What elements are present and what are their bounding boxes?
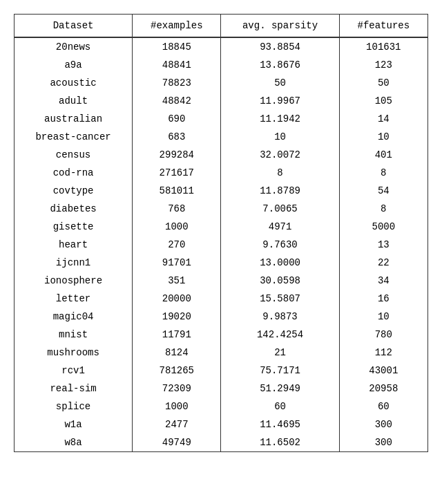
features-value: 300	[339, 433, 427, 452]
examples-value: 299284	[133, 146, 221, 164]
header-row: Dataset #examples avg. sparsity #feature…	[15, 15, 428, 38]
table-row: rcv178126575.717143001	[15, 362, 428, 380]
sparsity-value: 93.8854	[221, 37, 339, 56]
header-features: #features	[339, 15, 427, 38]
examples-value: 581011	[133, 182, 221, 200]
features-value: 34	[339, 272, 427, 290]
dataset-name: acoustic	[15, 74, 133, 92]
features-value: 123	[339, 56, 427, 74]
dataset-name: ijcnn1	[15, 254, 133, 272]
table-row: splice10006060	[15, 398, 428, 416]
examples-value: 8124	[133, 344, 221, 362]
dataset-name: australian	[15, 110, 133, 128]
examples-value: 270	[133, 236, 221, 254]
header-sparsity: avg. sparsity	[221, 15, 339, 38]
features-value: 780	[339, 326, 427, 344]
dataset-name: breast-cancer	[15, 128, 133, 146]
table-row: covtype58101111.878954	[15, 182, 428, 200]
sparsity-value: 11.6502	[221, 433, 339, 452]
header-dataset: Dataset	[15, 15, 133, 38]
features-value: 43001	[339, 362, 427, 380]
sparsity-value: 11.4695	[221, 416, 339, 433]
features-value: 14	[339, 110, 427, 128]
table-body: 20news1884593.8854101631a9a4884113.86761…	[15, 37, 428, 452]
sparsity-value: 32.0072	[221, 146, 339, 164]
dataset-name: mushrooms	[15, 344, 133, 362]
sparsity-value: 11.9967	[221, 92, 339, 110]
dataset-table: Dataset #examples avg. sparsity #feature…	[14, 14, 428, 452]
sparsity-value: 11.8789	[221, 182, 339, 200]
features-value: 60	[339, 398, 427, 416]
table-row: breast-cancer6831010	[15, 128, 428, 146]
examples-value: 1000	[133, 218, 221, 236]
table-row: magic04190209.987310	[15, 308, 428, 326]
table-row: adult4884211.9967105	[15, 92, 428, 110]
sparsity-value: 4971	[221, 218, 339, 236]
examples-value: 91701	[133, 254, 221, 272]
dataset-name: heart	[15, 236, 133, 254]
table-row: cod-rna27161788	[15, 164, 428, 182]
sparsity-value: 51.2949	[221, 380, 339, 398]
dataset-name: 20news	[15, 37, 133, 56]
examples-value: 19020	[133, 308, 221, 326]
dataset-name: real-sim	[15, 380, 133, 398]
table-row: mushrooms812421112	[15, 344, 428, 362]
header-examples: #examples	[133, 15, 221, 38]
features-value: 20958	[339, 380, 427, 398]
features-value: 401	[339, 146, 427, 164]
table-row: mnist11791142.4254780	[15, 326, 428, 344]
features-value: 16	[339, 290, 427, 308]
examples-value: 683	[133, 128, 221, 146]
dataset-name: gisette	[15, 218, 133, 236]
table-row: letter2000015.580716	[15, 290, 428, 308]
features-value: 54	[339, 182, 427, 200]
table-row: heart2709.763013	[15, 236, 428, 254]
dataset-name: ionosphere	[15, 272, 133, 290]
dataset-name: rcv1	[15, 362, 133, 380]
examples-value: 781265	[133, 362, 221, 380]
sparsity-value: 75.7171	[221, 362, 339, 380]
table-row: ijcnn19170113.000022	[15, 254, 428, 272]
examples-value: 48842	[133, 92, 221, 110]
table-row: w8a4974911.6502300	[15, 433, 428, 452]
sparsity-value: 9.7630	[221, 236, 339, 254]
dataset-name: letter	[15, 290, 133, 308]
features-value: 8	[339, 200, 427, 218]
dataset-name: w1a	[15, 416, 133, 433]
features-value: 22	[339, 254, 427, 272]
sparsity-value: 9.9873	[221, 308, 339, 326]
examples-value: 2477	[133, 416, 221, 433]
table-row: 20news1884593.8854101631	[15, 37, 428, 56]
sparsity-value: 7.0065	[221, 200, 339, 218]
table-row: diabetes7687.00658	[15, 200, 428, 218]
sparsity-value: 10	[221, 128, 339, 146]
sparsity-value: 30.0598	[221, 272, 339, 290]
features-value: 50	[339, 74, 427, 92]
examples-value: 48841	[133, 56, 221, 74]
table-row: a9a4884113.8676123	[15, 56, 428, 74]
dataset-name: adult	[15, 92, 133, 110]
sparsity-value: 60	[221, 398, 339, 416]
examples-value: 78823	[133, 74, 221, 92]
features-value: 112	[339, 344, 427, 362]
table-row: ionosphere35130.059834	[15, 272, 428, 290]
sparsity-value: 13.0000	[221, 254, 339, 272]
sparsity-value: 13.8676	[221, 56, 339, 74]
examples-value: 271617	[133, 164, 221, 182]
examples-value: 18845	[133, 37, 221, 56]
dataset-name: magic04	[15, 308, 133, 326]
dataset-name: w8a	[15, 433, 133, 452]
sparsity-value: 8	[221, 164, 339, 182]
sparsity-value: 142.4254	[221, 326, 339, 344]
table-row: w1a247711.4695300	[15, 416, 428, 433]
features-value: 13	[339, 236, 427, 254]
examples-value: 49749	[133, 433, 221, 452]
examples-value: 11791	[133, 326, 221, 344]
features-value: 8	[339, 164, 427, 182]
main-container: Dataset #examples avg. sparsity #feature…	[14, 14, 428, 452]
dataset-name: mnist	[15, 326, 133, 344]
examples-value: 20000	[133, 290, 221, 308]
table-row: gisette100049715000	[15, 218, 428, 236]
examples-value: 72309	[133, 380, 221, 398]
features-value: 101631	[339, 37, 427, 56]
